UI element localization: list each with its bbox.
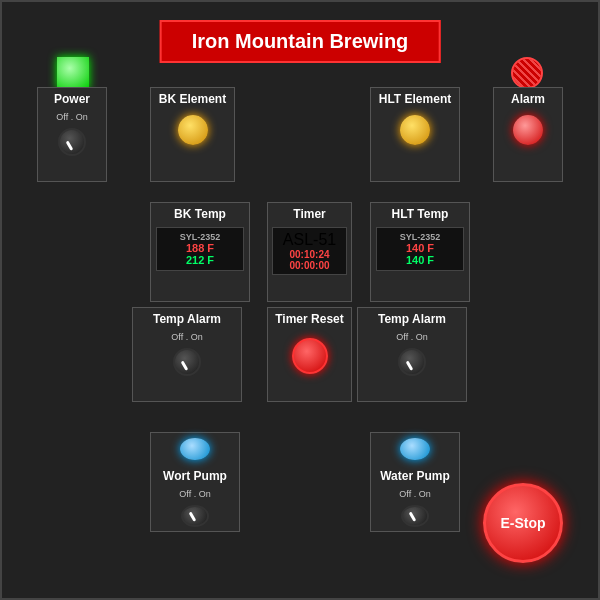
wort-pump-label: Wort Pump — [157, 465, 233, 487]
wort-pump-sub: Off . On — [175, 487, 214, 501]
timer-reset-button[interactable] — [292, 338, 328, 374]
estop-button[interactable]: E-Stop — [483, 483, 563, 563]
timer-time1: 00:10:24 — [276, 249, 343, 260]
power-knob[interactable] — [58, 128, 86, 156]
hlt-temp-label: HLT Temp — [386, 203, 455, 225]
timer-label: Timer — [287, 203, 331, 225]
timer-reset-label: Timer Reset — [269, 308, 349, 330]
temp-alarm-hlt-knob[interactable] — [398, 348, 426, 376]
water-pump-label: Water Pump — [374, 465, 456, 487]
temp-alarm-bk-sub: Off . On — [167, 330, 206, 344]
alarm-indicator-light — [511, 57, 543, 89]
temp-alarm-hlt-label: Temp Alarm — [372, 308, 452, 330]
timer-device: ASL-51 — [276, 231, 343, 249]
bk-temp-display: SYL-2352 188 F 212 F — [156, 227, 244, 271]
alarm-control: Alarm — [493, 87, 563, 182]
bk-element-control: BK Element — [150, 87, 235, 182]
title-text: Iron Mountain Brewing — [192, 30, 409, 52]
main-panel: Iron Mountain Brewing Power Off . On BK … — [0, 0, 600, 600]
power-label: Power — [48, 88, 96, 110]
power-sub-label: Off . On — [52, 110, 91, 124]
estop-label: E-Stop — [500, 515, 545, 531]
temp-alarm-hlt-sub: Off . On — [392, 330, 431, 344]
timer-reset-control: Timer Reset — [267, 307, 352, 402]
water-pump-control: Water Pump Off . On — [370, 432, 460, 532]
title-bar: Iron Mountain Brewing — [160, 20, 441, 63]
power-indicator-light — [57, 57, 89, 89]
wort-pump-control: Wort Pump Off . On — [150, 432, 240, 532]
alarm-label: Alarm — [505, 88, 551, 110]
hlt-temp-display: SYL-2352 140 F 140 F — [376, 227, 464, 271]
hlt-element-control: HLT Element — [370, 87, 460, 182]
temp-alarm-bk-knob[interactable] — [173, 348, 201, 376]
temp-alarm-bk-control: Temp Alarm Off . On — [132, 307, 242, 402]
bk-temp-device: SYL-2352 — [161, 232, 239, 242]
hlt-temp-device: SYL-2352 — [381, 232, 459, 242]
water-pump-sub: Off . On — [395, 487, 434, 501]
timer-time2: 00:00:00 — [276, 260, 343, 271]
bk-temp-control: BK Temp SYL-2352 188 F 212 F — [150, 202, 250, 302]
bk-temp-actual: 212 F — [161, 254, 239, 266]
wort-pump-light — [180, 438, 210, 460]
hlt-temp-actual: 140 F — [381, 254, 459, 266]
temp-alarm-bk-label: Temp Alarm — [147, 308, 227, 330]
hlt-temp-setpoint: 140 F — [381, 242, 459, 254]
power-control: Power Off . On — [37, 87, 107, 182]
temp-alarm-hlt-control: Temp Alarm Off . On — [357, 307, 467, 402]
bk-element-label: BK Element — [153, 88, 232, 110]
bk-temp-setpoint: 188 F — [161, 242, 239, 254]
hlt-temp-control: HLT Temp SYL-2352 140 F 140 F — [370, 202, 470, 302]
timer-control: Timer ASL-51 00:10:24 00:00:00 — [267, 202, 352, 302]
timer-display: ASL-51 00:10:24 00:00:00 — [272, 227, 347, 275]
hlt-element-label: HLT Element — [373, 88, 457, 110]
water-pump-light — [400, 438, 430, 460]
hlt-element-light — [400, 115, 430, 145]
water-pump-knob[interactable] — [401, 505, 429, 527]
alarm-light — [513, 115, 543, 145]
wort-pump-knob[interactable] — [181, 505, 209, 527]
bk-element-light — [178, 115, 208, 145]
bk-temp-label: BK Temp — [168, 203, 232, 225]
